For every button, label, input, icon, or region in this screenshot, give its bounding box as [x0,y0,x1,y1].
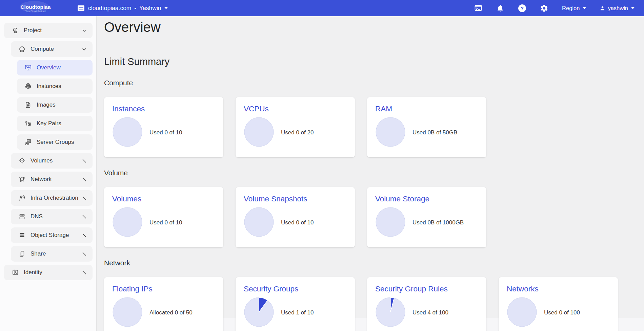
group-heading-network: Network [104,259,637,267]
quota-card-body: Allocated 0 of 50 [112,297,215,329]
sidebar: ProjectComputeOverviewInstancesImagesKey… [0,16,97,331]
sidebar-item-overview[interactable]: Overview [17,60,93,75]
quota-card-volume-snapshots: Volume SnapshotsUsed 0 of 10 [236,187,355,247]
console-icon[interactable] [474,4,483,12]
quota-card-title[interactable]: Floating IPs [112,285,215,293]
dns-icon [18,213,26,220]
user-icon [600,5,605,11]
quota-card-floating-ips: Floating IPsAllocated 0 of 50 [104,277,223,331]
usage-label: Used 0 of 100 [544,309,580,316]
quota-card-volume-storage: Volume StorageUsed 0B of 1000GB [367,187,486,247]
usage-pie-chart [507,297,537,329]
quota-card-title[interactable]: Volumes [112,195,215,203]
sidebar-item-label: Key Pairs [37,120,61,127]
quota-card-title[interactable]: Networks [507,285,610,293]
sidebar-item-server-groups[interactable]: Server Groups [17,134,93,150]
sidebar-item-images[interactable]: Images [17,97,93,113]
quota-card-security-groups: Security GroupsUsed 1 of 10 [236,277,355,331]
svg-text:?: ? [521,5,524,11]
sidebar-item-identity[interactable]: Identity [4,265,93,280]
sidebar-item-label: Compute [31,46,54,52]
sidebar-item-share[interactable]: Share [11,246,93,262]
sidebar-item-infra-orchestration[interactable]: Infra Orchestration [11,190,93,206]
notifications-bell-icon[interactable] [496,4,504,12]
object-storage-icon [18,231,26,239]
sidebar-item-label: Instances [37,83,61,90]
quota-card-title[interactable]: Security Groups [244,285,347,293]
network-icon [18,176,26,183]
chevron-right-icon [81,177,87,182]
quota-card-title[interactable]: Instances [112,105,215,113]
chevron-down-icon [81,28,87,34]
card-row-compute: InstancesUsed 0 of 10VCPUsUsed 0 of 20RA… [104,97,637,157]
user-menu[interactable]: yashwin [600,5,635,12]
sidebar-item-key-pairs[interactable]: Key Pairs [17,116,93,131]
quota-card-body: Used 0B of 1000GB [375,207,478,239]
usage-pie-chart [244,297,274,329]
context-separator: • [134,5,136,11]
sidebar-item-label: Infra Orchestration [31,195,78,201]
instances-icon [24,83,32,90]
sidebar-item-compute[interactable]: Compute [11,41,93,57]
sidebar-item-label: Server Groups [37,139,74,146]
sidebar-item-dns[interactable]: DNS [11,209,93,224]
usage-pie-chart [244,117,274,149]
user-label: yashwin [608,5,628,12]
sidebar-item-label: Network [31,176,52,183]
gear-icon[interactable] [540,4,548,13]
chevron-right-icon [81,233,87,238]
usage-label: Used 0 of 10 [281,219,314,226]
region-label: Region [562,5,580,12]
chevron-down-icon [164,7,168,9]
usage-label: Used 4 of 100 [412,309,448,316]
card-row-network: Floating IPsAllocated 0 of 50Security Gr… [104,277,637,331]
sidebar-item-volumes[interactable]: Volumes [11,153,93,169]
chevron-down-icon [631,7,635,9]
quota-card-security-group-rules: Security Group RulesUsed 4 of 100 [367,277,486,331]
quota-card-title[interactable]: Volume Storage [375,195,478,203]
quota-card-networks: NetworksUsed 0 of 100 [499,277,618,331]
logo-tagline: Your Cloud Partner! [14,10,58,13]
region-dropdown[interactable]: Region [562,5,586,12]
sidebar-item-network[interactable]: Network [11,172,93,187]
project-context-switcher[interactable]: cloudtopiaa.com • Yashwin [77,5,168,12]
usage-label: Used 0 of 20 [281,129,314,136]
quota-card-body: Used 0 of 20 [244,117,347,149]
sidebar-item-object-storage[interactable]: Object Storage [11,227,93,243]
usage-pie-chart [375,297,406,329]
dashboard-icon [24,64,32,71]
quota-card-volumes: VolumesUsed 0 of 10 [104,187,223,247]
quota-card-title[interactable]: Volume Snapshots [244,195,347,203]
quota-card-body: Used 0 of 100 [507,297,610,329]
usage-pie-chart [375,207,406,239]
volumes-icon [18,157,26,164]
sidebar-item-instances[interactable]: Instances [17,79,93,94]
help-icon[interactable]: ? [518,4,526,13]
quota-card-ram: RAMUsed 0B of 50GB [367,97,486,157]
quota-card-body: Used 1 of 10 [244,297,347,329]
usage-pie-chart [112,117,143,149]
usage-label: Used 0 of 10 [149,219,182,226]
quota-card-title[interactable]: Security Group Rules [375,285,478,293]
chevron-right-icon [81,251,87,257]
usage-pie-chart [112,297,143,329]
logo[interactable]: Cloudtopiaa Your Cloud Partner! [14,4,58,13]
quota-card-title[interactable]: VCPUs [244,105,347,113]
usage-pie-chart [375,117,406,149]
logo-title: Cloudtopiaa [14,4,58,10]
orchestration-icon [18,194,26,202]
main-content: Overview Limit Summary ComputeInstancesU… [97,16,644,331]
quota-card-title[interactable]: RAM [375,105,478,113]
quota-card-body: Used 4 of 100 [375,297,478,329]
limit-summary-groups: ComputeInstancesUsed 0 of 10VCPUsUsed 0 … [104,79,637,331]
usage-pie-chart [112,207,143,239]
chevron-down-icon [583,7,586,9]
chevron-down-icon [81,46,87,52]
sidebar-item-label: Images [37,102,56,108]
quota-card-body: Used 0 of 10 [112,117,215,149]
sidebar-item-label: Project [24,27,42,34]
usage-label: Used 0 of 10 [149,129,182,136]
chevron-right-icon [81,214,87,220]
sidebar-item-project[interactable]: Project [4,23,93,38]
window-icon [77,5,85,11]
